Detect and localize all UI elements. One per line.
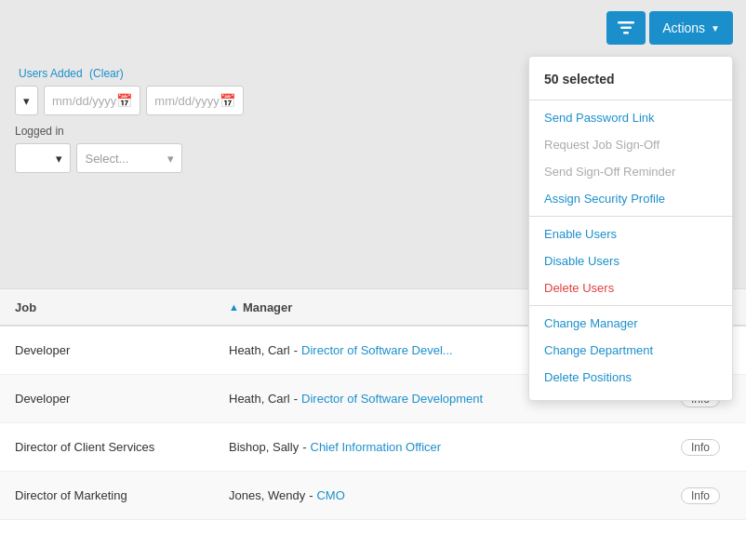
- divider-1: [529, 100, 732, 100]
- assign-security-profile-item[interactable]: Assign Security Profile: [529, 185, 732, 212]
- filter-section: Users Added (Clear) ▾ mm/dd/yyyy 📅 mm/dd…: [0, 56, 197, 182]
- send-signoff-reminder-item: Send Sign-Off Reminder: [529, 158, 732, 185]
- actions-button[interactable]: Actions ▼: [649, 11, 733, 45]
- calendar-icon: 📅: [116, 93, 132, 108]
- job-cell: Developer: [0, 343, 214, 357]
- job-cell: Director of Client Services: [0, 440, 214, 454]
- select-arrow-icon: ▾: [167, 152, 174, 166]
- second-dropdown[interactable]: ▾: [15, 143, 71, 173]
- sort-arrow-icon: ▲: [229, 301, 239, 313]
- start-date-input[interactable]: mm/dd/yyyy 📅: [44, 86, 140, 115]
- top-bar: Actions ▼: [0, 0, 746, 56]
- table-row: Director of Client Services Bishop, Sall…: [0, 423, 746, 472]
- dropdown-arrow-icon: ▾: [23, 94, 30, 108]
- selected-count: 50 selected: [529, 66, 732, 96]
- actions-label: Actions: [662, 20, 705, 35]
- svg-rect-1: [620, 27, 632, 30]
- change-department-item[interactable]: Change Department: [529, 337, 732, 364]
- disable-users-item[interactable]: Disable Users: [529, 247, 732, 274]
- job-cell: Developer: [0, 392, 214, 406]
- manager-name: Bishop, Sally: [229, 440, 299, 454]
- svg-rect-2: [623, 32, 629, 34]
- change-manager-item[interactable]: Change Manager: [529, 310, 732, 337]
- select-placeholder-dropdown[interactable]: Select... ▾: [76, 143, 182, 173]
- manager-name: Heath, Carl: [229, 392, 290, 406]
- calendar2-icon: 📅: [220, 93, 235, 108]
- delete-users-item[interactable]: Delete Users: [529, 274, 732, 301]
- manager-role: CMO: [316, 488, 344, 502]
- manager-role: Director of Software Devel...: [301, 343, 453, 357]
- svg-rect-0: [618, 21, 634, 24]
- manager-role: Chief Information Officer: [311, 440, 442, 454]
- actions-dropdown-menu: 50 selected Send Password Link Request J…: [528, 56, 733, 401]
- delete-positions-item[interactable]: Delete Positions: [529, 364, 732, 391]
- send-password-link-item[interactable]: Send Password Link: [529, 104, 732, 131]
- dropdown2-arrow-icon: ▾: [56, 152, 62, 166]
- table-row: Director of Marketing Jones, Wendy - CMO…: [0, 472, 746, 520]
- select-placeholder-text: Select...: [85, 152, 128, 166]
- info-button[interactable]: Info: [681, 487, 720, 504]
- actions-arrow-icon: ▼: [711, 23, 720, 33]
- job-cell: Director of Marketing: [0, 488, 214, 502]
- info-button[interactable]: Info: [681, 439, 720, 456]
- divider-2: [529, 216, 732, 217]
- first-dropdown[interactable]: ▾: [15, 86, 38, 115]
- end-date-input[interactable]: mm/dd/yyyy 📅: [146, 86, 243, 115]
- job-column-header: Job: [0, 300, 214, 314]
- end-date-placeholder: mm/dd/yyyy: [154, 94, 219, 108]
- clear-link[interactable]: (Clear): [89, 67, 124, 80]
- divider-3: [529, 305, 732, 306]
- logged-in-label: Logged in: [15, 125, 182, 138]
- manager-name: Heath, Carl: [229, 343, 290, 357]
- manager-cell: Bishop, Sally - Chief Information Office…: [214, 439, 746, 456]
- date-filter-row: ▾ mm/dd/yyyy 📅 mm/dd/yyyy 📅: [15, 86, 182, 115]
- request-job-signoff-item: Request Job Sign-Off: [529, 131, 732, 158]
- users-added-label: Users Added (Clear): [15, 67, 182, 80]
- manager-role: Director of Software Development: [301, 392, 483, 406]
- filter-button[interactable]: [606, 11, 646, 45]
- enable-users-item[interactable]: Enable Users: [529, 220, 732, 247]
- manager-name: Jones, Wendy: [229, 488, 305, 502]
- start-date-placeholder: mm/dd/yyyy: [52, 94, 116, 108]
- manager-cell: Jones, Wendy - CMO Info: [214, 487, 746, 504]
- logged-in-filter-row: ▾ Select... ▾: [15, 143, 182, 173]
